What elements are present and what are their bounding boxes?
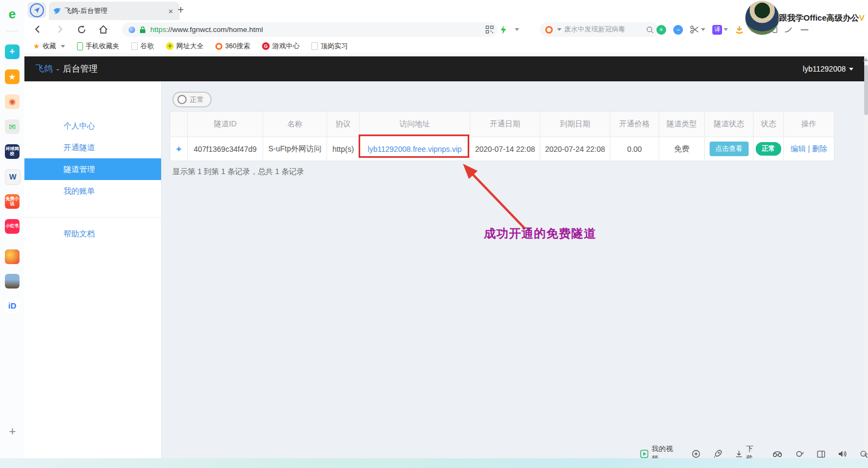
user-caret-icon [849, 68, 853, 70]
dock-divider [7, 31, 17, 31]
header-separator: - [56, 65, 59, 74]
lock-icon [139, 26, 146, 34]
view-tunnel-status-button[interactable]: 点击查看 [710, 142, 749, 156]
watermark-text: 跟我学Office高级办公V [779, 13, 865, 23]
tunnel-table: 隧道ID 名称 协议 访问地址 开通日期 到期日期 开通价格 隧道类型 隧道状态… [170, 111, 834, 161]
translate-caret-icon[interactable] [724, 28, 728, 31]
bookmark-google[interactable]: 谷歌 [131, 42, 154, 51]
qr-code-icon[interactable] [486, 25, 494, 34]
new-tab-button[interactable]: + [177, 3, 184, 16]
game-battleground-icon[interactable] [5, 274, 20, 289]
cleaner-button[interactable] [795, 450, 804, 458]
col-expand [170, 112, 188, 137]
weibo-icon[interactable]: ◉ [5, 94, 20, 109]
bookmark-internship[interactable]: 顶岗实习 [311, 42, 348, 51]
bookmark-label: 网址大全 [176, 42, 203, 51]
mail-icon[interactable]: ✉ [5, 119, 20, 134]
search-icon[interactable] [646, 26, 654, 34]
back-button[interactable] [31, 23, 45, 36]
bookmark-mobile-favorites[interactable]: 手机收藏夹 [77, 42, 120, 51]
user-menu[interactable]: lyb11292008 [803, 65, 853, 73]
refresh-button[interactable] [74, 23, 88, 36]
browser-tab[interactable]: 飞鸽-后台管理 × [49, 2, 180, 20]
search-box[interactable]: 废水中发现新冠病毒 [540, 22, 659, 37]
search-placeholder: 废水中发现新冠病毒 [564, 25, 643, 34]
bookmark-label: 手机收藏夹 [86, 42, 120, 51]
address-bar[interactable]: https://www.fgnwct.com/home.html [122, 22, 497, 37]
cell-protocol: http(s) [327, 137, 360, 161]
tab-close-icon[interactable]: × [166, 7, 175, 16]
sidebar-item-personal-center[interactable]: 个人中心 [24, 115, 161, 137]
scrollbar-thumb[interactable] [864, 65, 868, 115]
translate-extension-icon[interactable]: 译 [712, 25, 728, 35]
cell-access-url: lyb11292008.free.vipnps.vip [360, 137, 470, 161]
address-bar-tools [486, 22, 519, 37]
xiaohongshu-icon[interactable]: 小红书 [5, 219, 20, 234]
url-scheme: https [150, 25, 166, 34]
expand-row-button[interactable]: + [176, 144, 182, 154]
status-filter-chip[interactable]: 正常 [173, 92, 212, 107]
table-row: + 407f1369c34f47d9 S-uFtp外网访问 http(s) ly… [170, 137, 834, 161]
lightning-icon[interactable] [500, 25, 507, 34]
play-icon [640, 450, 648, 458]
360-search-icon [215, 43, 222, 50]
health-app-icon[interactable]: + [5, 44, 20, 59]
download-icon [735, 450, 743, 458]
vertical-scrollbar[interactable] [864, 56, 868, 458]
game-monkey-icon[interactable] [5, 249, 20, 264]
scissors-caret-icon[interactable] [701, 28, 705, 31]
boost-rocket-button[interactable] [713, 450, 722, 458]
screenshot-scissors-icon[interactable] [690, 25, 705, 34]
browser-logo-icon[interactable]: e [5, 7, 20, 21]
delete-link[interactable]: 删除 [812, 144, 827, 153]
col-tunnel-status: 隧道状态 [705, 112, 754, 137]
word-doc-icon[interactable]: W [5, 169, 21, 185]
access-url-link[interactable]: lyb11292008.free.vipnps.vip [368, 145, 462, 153]
search-engine-icon[interactable] [545, 26, 553, 34]
favorites-star-icon[interactable]: ★ [5, 69, 20, 84]
cell-expire-date: 2020-07-24 22:08 [540, 137, 610, 161]
bookmark-favorites[interactable]: ★ 收藏 [33, 42, 65, 51]
favorites-caret-icon[interactable] [61, 45, 65, 48]
dock-add-button[interactable]: + [6, 426, 19, 439]
split-window-button[interactable] [817, 451, 825, 458]
screen: { "colors": { "brand_blue": "#4a90e2", "… [0, 0, 868, 468]
sidebar-item-help-docs[interactable]: 帮助文档 [24, 223, 161, 245]
bookmark-game-center[interactable]: G 游戏中心 [262, 42, 299, 51]
col-price: 开通价格 [610, 112, 659, 137]
col-name: 名称 [263, 112, 327, 137]
sidebar-item-tunnel-management[interactable]: 隧道管理 [24, 158, 161, 180]
watermark-suffix: V [859, 13, 865, 22]
sidebar-divider [24, 217, 161, 217]
paper-plane-button[interactable] [28, 2, 46, 18]
sidebar-item-open-tunnel[interactable]: 开通隧道 [24, 137, 161, 158]
star-icon: ★ [33, 42, 40, 50]
bookmark-label: 收藏 [43, 42, 56, 51]
speedup-button[interactable] [692, 450, 700, 458]
ticket-grabber-button[interactable] [773, 451, 782, 458]
chevron-down-icon[interactable] [515, 28, 519, 31]
search-engine-caret-icon[interactable] [557, 28, 561, 31]
huanqiu-wangxiao-icon[interactable]: 环球网校 [5, 144, 20, 159]
cell-open-date: 2020-07-14 22:08 [470, 137, 540, 161]
adblock-extension-icon[interactable]: − [673, 25, 683, 35]
app-dock: e + ★ ◉ ✉ 环球网校 W 免费小说 小红书 iD + [0, 0, 25, 468]
bookmark-site-directory[interactable]: + 网址大全 [166, 42, 203, 51]
forward-button[interactable] [53, 23, 67, 36]
sidebar-item-my-bills[interactable]: 我的账单 [24, 180, 161, 202]
site-brand[interactable]: 飞鸽 [35, 63, 53, 75]
avatar [745, 1, 780, 35]
volume-button[interactable] [838, 450, 847, 458]
bottom-skin-strip [0, 458, 868, 468]
home-button[interactable] [96, 23, 110, 36]
free-novel-icon[interactable]: 免费小说 [5, 194, 20, 209]
edit-link[interactable]: 编辑 [790, 144, 806, 153]
id-app-icon[interactable]: iD [5, 298, 20, 313]
col-open-date: 开通日期 [470, 112, 540, 137]
col-status: 状态 [754, 112, 784, 137]
bookmark-360-search[interactable]: 360搜索 [215, 42, 250, 51]
paper-plane-icon [30, 3, 44, 17]
reader-extension-icon[interactable]: ≡ [656, 25, 666, 35]
scroll-up-icon[interactable] [863, 58, 868, 61]
page-search-button[interactable] [860, 450, 868, 458]
